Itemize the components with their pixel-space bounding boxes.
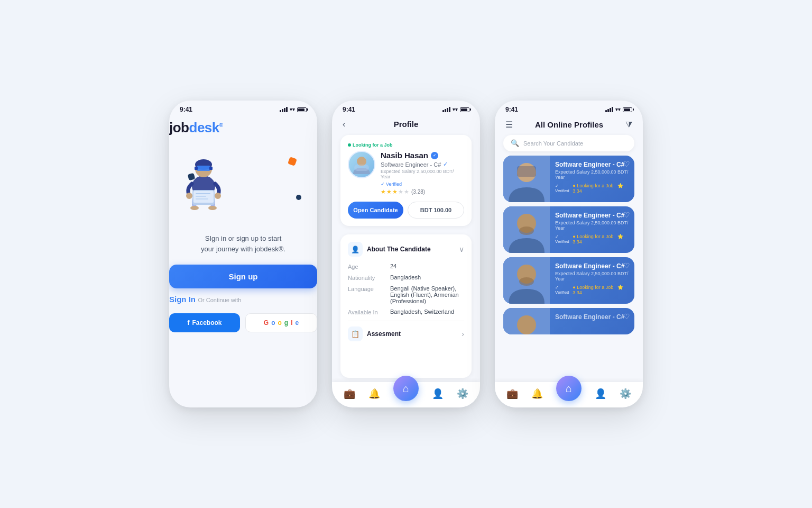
profile-info: Nasib Hasan ✓ Software Engineer - C# ✓ E… bbox=[381, 151, 464, 195]
candidate-info-2: Software Engineer - C# Expected Salary 2… bbox=[550, 206, 634, 253]
svg-rect-16 bbox=[354, 165, 369, 171]
status-icons-2: ▾▾ bbox=[442, 107, 469, 112]
home-button-3[interactable]: ⌂ bbox=[556, 376, 582, 401]
candidate-verified-1: ✓ Verified bbox=[555, 184, 573, 193]
candidate-info-1: Software Engineer - C# Expected Salary 2… bbox=[550, 156, 634, 202]
assessment-row: 📋 Assesment › bbox=[348, 321, 464, 341]
google-icon: G bbox=[264, 319, 269, 326]
candidate-photo-2 bbox=[503, 206, 550, 253]
available-key: Available In bbox=[348, 309, 390, 315]
avatar bbox=[348, 151, 375, 178]
nav-briefcase[interactable]: 💼 bbox=[344, 388, 355, 400]
nationality-key: Nationality bbox=[348, 274, 390, 281]
candidate-title: Software Engineer - C# ✓ bbox=[381, 161, 464, 168]
decorative-shape-3 bbox=[296, 195, 301, 200]
looking-dot bbox=[348, 143, 351, 147]
search-bar[interactable]: 🔍 Search Your Candidate bbox=[503, 135, 634, 151]
svg-point-9 bbox=[215, 193, 221, 199]
google-button[interactable]: Google bbox=[245, 313, 317, 332]
candidate-title-2: Software Engineer - C# bbox=[555, 212, 629, 219]
wifi-icon-2: ▾▾ bbox=[453, 107, 458, 112]
about-section: 👤 About The Candidate ∨ Age 24 Nationali… bbox=[340, 234, 472, 378]
expected-salary: Expected Salary 2,50,000.00 BDT/ Year bbox=[381, 169, 464, 179]
candidate-card-2[interactable]: Software Engineer - C# Expected Salary 2… bbox=[503, 206, 634, 253]
home-icon: ⌂ bbox=[403, 383, 409, 395]
settings-icon: ⚙️ bbox=[457, 388, 468, 400]
search-input[interactable]: Search Your Candidate bbox=[523, 140, 627, 147]
menu-icon[interactable]: ☰ bbox=[505, 120, 513, 130]
bdt-button[interactable]: BDT 100.00 bbox=[408, 202, 464, 219]
candidate-card-3[interactable]: Software Engineer - C# Expected Salary 2… bbox=[503, 257, 634, 304]
candidate-bottom-1: ✓ Verified ● Looking for a Job ⭐ 3.34 bbox=[555, 183, 629, 194]
candidates-list: Software Engineer - C# Expected Salary 2… bbox=[495, 156, 643, 382]
profile-icon-3: 👤 bbox=[595, 388, 606, 400]
back-button[interactable]: ‹ bbox=[343, 120, 345, 129]
candidate-photo-1 bbox=[503, 156, 550, 202]
svg-rect-14 bbox=[196, 198, 208, 199]
all-profiles-title: All Online Profiles bbox=[535, 120, 603, 129]
svg-rect-5 bbox=[209, 167, 213, 170]
candidate-card-4[interactable]: Software Engineer - C# ♡ bbox=[503, 308, 634, 334]
candidate-rating-3: ● Looking for a Job ⭐ 3.34 bbox=[573, 285, 629, 295]
chevron-right-icon[interactable]: › bbox=[462, 330, 464, 338]
time-3: 9:41 bbox=[505, 106, 518, 113]
about-label: About The Candidate bbox=[367, 246, 431, 253]
signal-icon-2 bbox=[442, 107, 450, 112]
star-1: ★ bbox=[381, 188, 386, 195]
rating-value: (3.28) bbox=[411, 189, 425, 195]
nav-profile-3[interactable]: 👤 bbox=[595, 388, 606, 400]
svg-rect-12 bbox=[196, 193, 210, 194]
star-rating: ★ ★ ★ ★ ★ (3.28) bbox=[381, 188, 464, 195]
age-value: 24 bbox=[390, 263, 464, 270]
home-button[interactable]: ⌂ bbox=[393, 376, 419, 401]
star-2: ★ bbox=[386, 188, 392, 195]
candidate-verified-3: ✓ Verified bbox=[555, 285, 573, 295]
status-icons-1: ▾▾ bbox=[280, 107, 307, 112]
svg-rect-3 bbox=[197, 166, 210, 171]
available-value: Bangladesh, Switzerland bbox=[390, 309, 464, 315]
svg-point-22 bbox=[519, 226, 534, 235]
candidate-salary-1: Expected Salary 2,50,000.00 BDT/ Year bbox=[555, 169, 629, 180]
chevron-down-icon[interactable]: ∨ bbox=[459, 245, 464, 253]
favorite-button-2[interactable]: ♡ bbox=[623, 211, 630, 219]
open-candidate-button[interactable]: Open Candidate bbox=[348, 202, 403, 219]
about-title-row: 👤 About The Candidate bbox=[348, 242, 431, 257]
filter-icon[interactable]: ⧩ bbox=[625, 120, 632, 130]
star-3: ★ bbox=[392, 188, 398, 195]
app-logo: jobdesk® bbox=[169, 120, 317, 136]
star-5: ★ bbox=[404, 188, 409, 195]
nav-settings[interactable]: ⚙️ bbox=[457, 388, 468, 400]
status-bar-3: 9:41 ▾▾ bbox=[495, 101, 643, 115]
nav-profile[interactable]: 👤 bbox=[432, 388, 444, 400]
nav-settings-3[interactable]: ⚙️ bbox=[620, 388, 631, 400]
profile-header: ‹ Profile bbox=[332, 115, 480, 131]
candidate-card-1[interactable]: Software Engineer - C# Expected Salary 2… bbox=[503, 156, 634, 202]
bell-icon: 🔔 bbox=[368, 388, 380, 400]
nav-bell[interactable]: 🔔 bbox=[368, 388, 380, 400]
candidate-name: Nasib Hasan ✓ bbox=[381, 151, 464, 160]
assessment-icon: 📋 bbox=[348, 326, 363, 341]
age-key: Age bbox=[348, 263, 390, 270]
status-bar-2: 9:41 ▾▾ bbox=[332, 101, 480, 115]
wifi-icon: ▾▾ bbox=[290, 107, 295, 112]
or-continue-text: Or Continue with bbox=[198, 297, 241, 303]
briefcase-icon: 💼 bbox=[344, 388, 355, 400]
status-bar-1: 9:41 ▾▾ bbox=[169, 101, 317, 115]
signal-icon bbox=[280, 107, 288, 112]
favorite-button-4[interactable]: ♡ bbox=[623, 312, 630, 321]
nav-bell-3[interactable]: 🔔 bbox=[531, 388, 543, 400]
favorite-button-3[interactable]: ♡ bbox=[623, 261, 630, 270]
hero-svg bbox=[169, 141, 238, 210]
favorite-button-1[interactable]: ♡ bbox=[623, 160, 630, 168]
nav-briefcase-3[interactable]: 💼 bbox=[506, 388, 518, 400]
facebook-button[interactable]: f Facebook bbox=[169, 313, 240, 332]
signup-button[interactable]: Sign up bbox=[169, 265, 317, 288]
signin-button[interactable]: Sign In bbox=[169, 295, 196, 304]
svg-rect-13 bbox=[196, 196, 206, 197]
candidate-salary-3: Expected Salary 2,50,000.00 BDT/ Year bbox=[555, 271, 629, 282]
bottom-nav-2: 💼 🔔 ⌂ 👤 ⚙️ bbox=[332, 382, 480, 407]
svg-point-6 bbox=[190, 206, 199, 210]
svg-point-7 bbox=[208, 206, 217, 210]
candidate-title-3: Software Engineer - C# bbox=[555, 262, 629, 270]
hero-illustration bbox=[169, 141, 254, 226]
